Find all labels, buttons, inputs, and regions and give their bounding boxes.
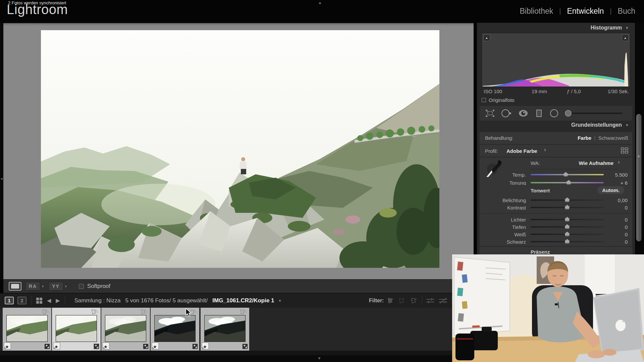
presence-title: Präsenz: [531, 249, 550, 255]
nav-buch[interactable]: Buch: [618, 7, 635, 16]
thumbnail-image[interactable]: [6, 315, 48, 342]
shadows-slider-thumb[interactable]: [565, 224, 570, 229]
view-toolbar: RA ▾ YY ▾ Softproof: [3, 279, 474, 293]
adjustment-badge[interactable]: [44, 343, 50, 350]
grid-view-icon[interactable]: [36, 298, 42, 304]
highlight-clipping-button[interactable]: ▲: [622, 35, 629, 41]
contrast-label: Kontrast: [481, 205, 526, 210]
thumb-flag-icon[interactable]: [140, 309, 148, 315]
thumb-star-rating[interactable]: ★: [153, 344, 157, 349]
highlights-label: Lichter: [481, 217, 526, 223]
flag-unflagged-filter-icon[interactable]: [398, 297, 407, 304]
nav-entwickeln[interactable]: Entwickeln: [567, 7, 604, 16]
thumbnail-image[interactable]: [154, 315, 196, 342]
before-after-view-button[interactable]: RA: [25, 282, 40, 291]
contrast-value: 0: [601, 205, 628, 210]
split-view-button[interactable]: YY: [49, 282, 63, 291]
basic-panel-header[interactable]: Grundeinstellungen ▼: [571, 122, 629, 128]
thumbnail-cell-3[interactable]: ★: [101, 308, 150, 351]
left-panel-collapsed[interactable]: ◀: [0, 23, 3, 279]
shadow-clipping-button[interactable]: ▲: [483, 35, 490, 41]
adjustment-badge[interactable]: [192, 343, 198, 350]
histogram-header[interactable]: Histogramm ▼: [591, 25, 629, 31]
filmstrip-source-info[interactable]: Sammlung : Nizza 5 von 1676 Fotos/ 5 aus…: [74, 297, 281, 304]
thumb-flag-icon[interactable]: [91, 309, 99, 315]
webcam-overlay: [452, 254, 644, 362]
highlights-slider[interactable]: [531, 219, 604, 220]
shadows-slider[interactable]: [531, 226, 604, 228]
scrollbar-thumb[interactable]: [636, 114, 641, 241]
softproof-checkbox[interactable]: [79, 284, 84, 289]
filter-label: Filter:: [369, 298, 384, 304]
chevron-down-icon[interactable]: ▾: [65, 284, 67, 289]
red-eye-tool-icon[interactable]: [517, 108, 529, 118]
whites-slider-thumb[interactable]: [565, 232, 570, 236]
tint-slider-thumb[interactable]: [566, 180, 571, 185]
thumbnail-image[interactable]: [204, 315, 246, 342]
blacks-slider[interactable]: [531, 241, 604, 242]
flag-picked-filter-icon[interactable]: [387, 297, 395, 304]
thumb-star-rating[interactable]: ★: [104, 344, 108, 349]
whites-slider[interactable]: [531, 234, 604, 235]
spot-removal-tool-icon[interactable]: [500, 108, 513, 118]
thumbnail-cell-5[interactable]: ★: [201, 308, 249, 351]
exposure-slider-thumb[interactable]: [565, 197, 570, 202]
loupe-view-button[interactable]: [9, 282, 21, 291]
auto-tone-button[interactable]: Autom.: [597, 186, 624, 194]
wb-value[interactable]: Wie Aufnahme: [579, 160, 613, 166]
adjustment-badge[interactable]: [242, 343, 248, 350]
temp-label: Temp.: [481, 172, 526, 178]
left-panel-toggle-icon[interactable]: ◀: [0, 177, 3, 180]
blacks-slider-thumb[interactable]: [565, 239, 570, 244]
profile-browser-icon[interactable]: [621, 147, 628, 154]
rating-filter-icon[interactable]: [426, 297, 435, 304]
adjustment-badge[interactable]: [93, 343, 100, 350]
updown-icon[interactable]: ▴▾: [544, 148, 546, 152]
tint-slider[interactable]: [531, 182, 604, 183]
top-panel-toggle-icon[interactable]: ▲: [318, 0, 322, 5]
chevron-down-icon[interactable]: ▾: [279, 298, 281, 303]
graduated-filter-tool-icon[interactable]: [534, 108, 544, 118]
updown-icon[interactable]: ▴▾: [618, 161, 620, 164]
crop-tool-icon[interactable]: [484, 108, 496, 118]
thumbnail-image[interactable]: [56, 315, 97, 342]
thumbnail-image[interactable]: [105, 315, 146, 342]
flag-rejected-filter-icon[interactable]: [410, 297, 418, 304]
thumb-flag-icon[interactable]: [239, 309, 247, 315]
thumb-star-rating[interactable]: ★: [203, 344, 207, 349]
temp-slider-thumb[interactable]: [563, 172, 568, 177]
contrast-slider[interactable]: [531, 207, 604, 208]
original-photo-checkbox[interactable]: [482, 98, 486, 102]
blacks-value: 0: [601, 239, 628, 245]
thumbnail-cell-2[interactable]: ★: [52, 308, 101, 351]
previous-photo-icon[interactable]: ◀: [47, 297, 51, 304]
next-photo-icon[interactable]: ▶: [56, 297, 60, 304]
thumbnail-cell-1[interactable]: ★: [3, 308, 51, 351]
develop-canvas: [3, 23, 474, 279]
shadows-slider-row: Tiefen 0: [480, 223, 632, 231]
temp-slider[interactable]: [531, 174, 604, 175]
divider: [480, 213, 632, 214]
main-window-button[interactable]: 1: [5, 297, 14, 304]
profile-value[interactable]: Adobe Farbe: [506, 148, 537, 154]
exposure-slider[interactable]: [531, 199, 604, 201]
bottom-panel-toggle-icon[interactable]: ▼: [317, 356, 321, 361]
contrast-slider-row: Kontrast 0: [480, 204, 632, 211]
nav-bibliothek[interactable]: Bibliothek: [520, 7, 553, 16]
adjustment-badge[interactable]: [143, 343, 149, 350]
treatment-color-option[interactable]: Farbe: [578, 135, 591, 141]
main-photo[interactable]: [41, 30, 439, 268]
thumb-star-rating[interactable]: ★: [54, 344, 58, 349]
edit-filter-icon[interactable]: [438, 297, 448, 304]
thumb-star-rating[interactable]: ★: [5, 344, 9, 349]
contrast-slider-thumb[interactable]: [565, 205, 570, 209]
adjustment-brush-tool-icon[interactable]: [564, 108, 625, 118]
second-window-button[interactable]: 2: [17, 297, 26, 304]
histogram-panel[interactable]: ▲ ▲: [482, 33, 630, 87]
thumb-flag-icon[interactable]: [41, 309, 49, 315]
highlights-slider-thumb[interactable]: [565, 217, 570, 222]
radial-filter-tool-icon[interactable]: [549, 108, 559, 118]
right-panel-toggle-icon[interactable]: ▶: [638, 154, 641, 158]
treatment-bw-option[interactable]: Schwarzweiß: [598, 135, 628, 141]
chevron-down-icon[interactable]: ▾: [42, 284, 44, 289]
